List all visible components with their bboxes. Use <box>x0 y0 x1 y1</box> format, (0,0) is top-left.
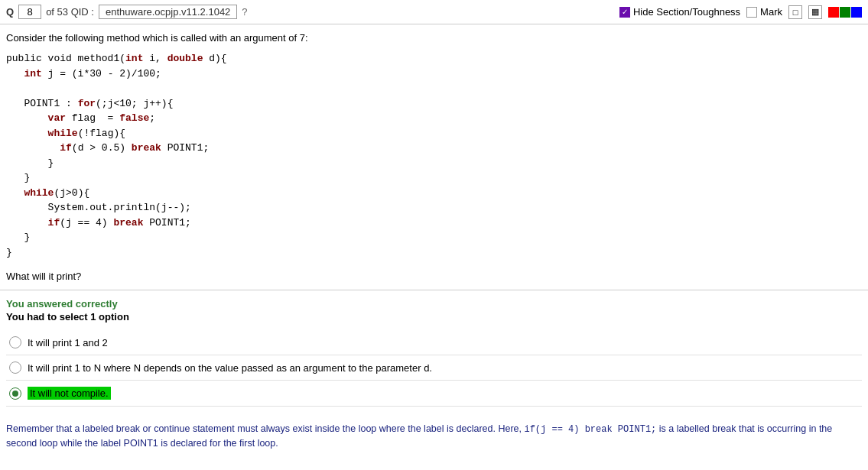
hide-section-checkbox[interactable]: ✓ <box>619 7 630 18</box>
option-text-2: It will print 1 to N where N depends on … <box>28 362 432 374</box>
hide-section-label[interactable]: ✓ Hide Section/Toughness <box>619 6 740 18</box>
window-icon[interactable]: □ <box>788 5 802 19</box>
radio-option-2[interactable] <box>9 361 21 374</box>
code-block: public void method1(int i, double d){ in… <box>6 51 862 260</box>
green-icon <box>840 7 850 18</box>
header: Q 8 of 53 QID : enthuware.ocpjp.v11.2.10… <box>0 0 868 24</box>
radio-inner-3 <box>12 391 18 397</box>
explanation: Remember that a labeled break or continu… <box>0 414 868 457</box>
blue-icon <box>851 7 862 18</box>
explanation-code1: if(j == 4) break POINT1; <box>524 424 656 435</box>
answer-select-text: You had to select 1 option <box>6 311 862 323</box>
mark-label[interactable]: Mark <box>746 6 782 18</box>
mark-checkbox[interactable] <box>746 7 757 18</box>
color-icons <box>828 7 862 18</box>
q-number: 8 <box>18 5 41 19</box>
option-text-3: It will not compile. <box>28 387 111 400</box>
option-row-2[interactable]: It will print 1 to N where N depends on … <box>6 355 862 381</box>
of-total: of 53 QID : <box>46 6 94 18</box>
what-print: What will it print? <box>6 267 862 282</box>
question-section: Consider the following method which is c… <box>0 24 868 290</box>
option-text-1: It will print 1 and 2 <box>28 337 108 348</box>
qid-box: enthuware.ocpjp.v11.2.1042 <box>99 5 237 19</box>
question-intro: Consider the following method which is c… <box>6 32 862 44</box>
answer-correct-text: You answered correctly <box>6 298 862 310</box>
red-icon <box>828 7 839 18</box>
radio-option-3[interactable] <box>9 387 21 400</box>
explanation-text1: Remember that a labeled break or continu… <box>6 423 524 434</box>
radio-option-1[interactable] <box>9 336 21 348</box>
option-row-3[interactable]: It will not compile. <box>6 381 862 407</box>
header-right: ✓ Hide Section/Toughness Mark □ ▦ <box>619 5 862 19</box>
grid-icon[interactable]: ▦ <box>808 5 822 19</box>
answer-section: You answered correctly You had to select… <box>0 290 868 414</box>
option-row-1[interactable]: It will print 1 and 2 <box>6 330 862 355</box>
options-list: It will print 1 and 2 It will print 1 to… <box>6 330 862 407</box>
help-icon[interactable]: ? <box>242 6 247 18</box>
q-label: Q <box>6 6 14 18</box>
